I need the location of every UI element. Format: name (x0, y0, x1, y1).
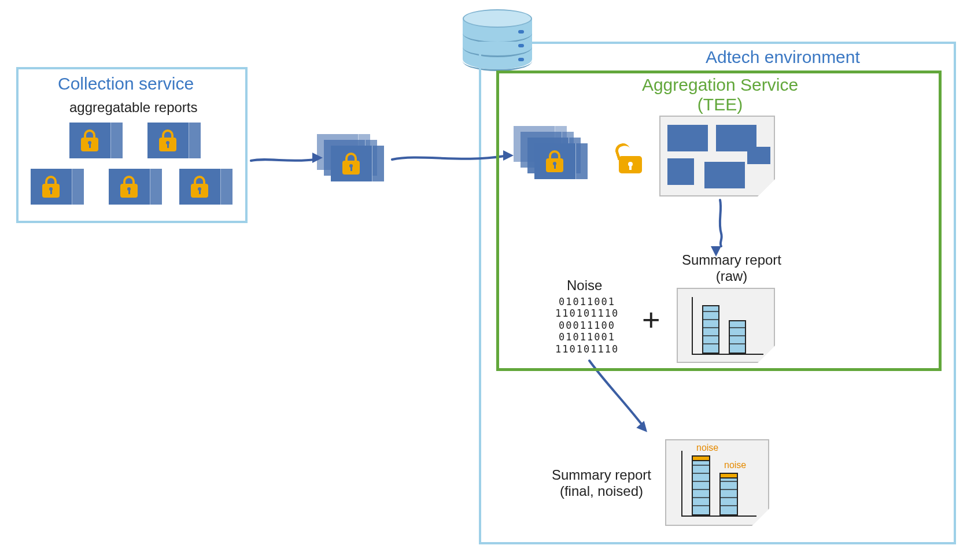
locked-report-icon (109, 169, 162, 205)
arrow-icon (391, 150, 507, 165)
locked-report-icon (69, 123, 123, 158)
diagram-canvas: Adtech environment Aggregation Service (… (0, 0, 967, 560)
adtech-environment-title: Adtech environment (706, 47, 860, 67)
aggregatable-reports-label: aggregatable reports (69, 99, 197, 116)
arrowhead-icon (312, 153, 323, 163)
noise-cap-label: noise (696, 443, 718, 453)
batched-reports-icon (317, 134, 392, 192)
arrow-icon (250, 153, 317, 166)
collection-service-title: Collection service (58, 74, 194, 94)
aggregation-service-box (496, 71, 942, 371)
summary-final-title: Summary report (final, noised) (544, 467, 659, 499)
locked-report-icon (31, 169, 84, 205)
noise-cap-label: noise (724, 460, 746, 470)
locked-report-icon (147, 123, 201, 158)
locked-report-icon (179, 169, 232, 205)
